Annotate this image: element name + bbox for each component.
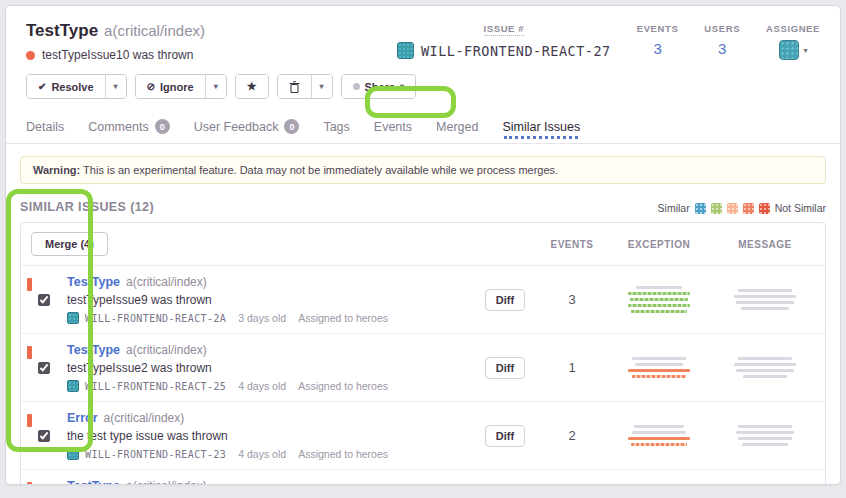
row-events-count: 1 [541, 360, 603, 375]
issue-short-id: WILL-FRONTEND-REACT-27 [421, 43, 611, 59]
row-checkbox-zone [21, 360, 67, 376]
chevron-down-icon[interactable]: ▾ [804, 46, 808, 55]
issue-tabs: Details Comments 0 User Feedback 0 Tags … [6, 113, 840, 144]
diff-column: Diff [469, 289, 541, 311]
page-title-suffix: a(critical/index) [104, 22, 205, 39]
row-main: Errora(critical/index) the test type iss… [67, 411, 469, 460]
project-icon [397, 42, 414, 59]
tab-events[interactable]: Events [374, 113, 412, 143]
chevron-down-icon: ▾ [214, 82, 218, 91]
issue-number-value: WILL-FRONTEND-REACT-27 [397, 42, 611, 59]
diff-button[interactable]: Diff [485, 357, 525, 379]
issue-header-left: TestTypea(critical/index) testTypeIssue1… [26, 21, 205, 62]
share-button[interactable]: Share ▾ [342, 75, 416, 98]
resolve-dropdown-button[interactable]: ▾ [105, 75, 126, 98]
delete-button[interactable] [278, 75, 311, 98]
diff-button[interactable]: Diff [485, 425, 525, 447]
diff-button[interactable]: Diff [485, 289, 525, 311]
diff-column: Diff [469, 357, 541, 379]
legend-color-swatch [743, 203, 754, 214]
tab-merged[interactable]: Merged [436, 113, 478, 143]
column-header-exception: EXCEPTION [603, 239, 715, 250]
table-column-headers: EVENTS EXCEPTION MESSAGE [469, 239, 815, 250]
resolve-button[interactable]: ✔ Resolve [27, 75, 105, 98]
warning-text: This is an experimental feature. Data ma… [80, 164, 558, 176]
legend-color-swatch [759, 203, 770, 214]
tab-tags[interactable]: Tags [323, 113, 349, 143]
delete-dropdown-button[interactable]: ▾ [311, 75, 332, 98]
assignee-avatar[interactable] [779, 40, 799, 60]
similarity-bar [738, 357, 792, 360]
row-select-checkbox[interactable] [38, 430, 50, 442]
stat-issue-number: ISSUE # WILL-FRONTEND-REACT-27 [397, 23, 611, 62]
row-right: Diff 2 [469, 425, 815, 447]
row-message: the test type issue was thrown [67, 429, 469, 443]
table-row: TestTypea(critical/index) testTypeIssue9… [21, 266, 825, 334]
stat-assignee: ASSIGNEE ▾ [766, 23, 820, 62]
row-message: testTypeIssue2 was thrown [67, 361, 469, 375]
resolve-button-group: ✔ Resolve ▾ [26, 74, 127, 99]
merge-button[interactable]: Merge (4) [31, 232, 108, 256]
similarity-bar [738, 437, 792, 440]
issue-detail-card: TestTypea(critical/index) testTypeIssue1… [5, 5, 841, 485]
exception-similarity-bars [603, 286, 715, 313]
row-meta: WILL-FRONTEND-REACT-23 4 days old Assign… [67, 448, 469, 460]
error-level-bar-icon [27, 346, 32, 359]
similarity-bar [628, 304, 690, 307]
error-level-bar-icon [27, 482, 32, 485]
delete-button-group: ▾ [277, 74, 333, 99]
exception-similarity-bars [603, 357, 715, 378]
users-count[interactable]: 3 [718, 40, 726, 57]
row-right: Diff 3 [469, 286, 815, 313]
legend-similar-label: Similar [658, 202, 690, 214]
similarity-bar [736, 301, 794, 304]
assignee-label: ASSIGNEE [766, 23, 820, 34]
row-title-suffix: a(critical/index) [126, 343, 207, 357]
row-events-count: 2 [541, 428, 603, 443]
row-assigned: Assigned to heroes [298, 380, 388, 392]
similarity-bar [628, 369, 690, 372]
tab-similar-issues[interactable]: Similar Issues [502, 113, 580, 143]
row-issue-link[interactable]: TestType [67, 275, 120, 289]
row-issue-short-id: WILL-FRONTEND-REACT-2A [85, 313, 226, 324]
tab-details[interactable]: Details [26, 113, 64, 143]
row-checkbox-zone [21, 428, 67, 444]
assignee-selector[interactable]: ▾ [779, 40, 808, 60]
ignore-dropdown-button[interactable]: ▾ [205, 75, 226, 98]
row-title-line: TestTypea(critical/index) [67, 479, 469, 485]
bookmark-button-group: ★ [235, 74, 269, 99]
row-select-checkbox[interactable] [38, 362, 50, 374]
section-title: SIMILAR ISSUES (12) [20, 200, 154, 214]
tab-details-label: Details [26, 120, 64, 134]
tab-comments[interactable]: Comments 0 [88, 113, 169, 143]
table-row: TestTypea(critical/index) testTypeIssue6… [21, 470, 825, 485]
similarity-bar [734, 295, 796, 298]
stat-events: EVENTS 3 [637, 23, 679, 62]
ignore-button[interactable]: ⊘ Ignore [136, 75, 205, 98]
similarity-bar [743, 375, 787, 378]
issue-subtitle: testTypeIssue10 was thrown [42, 48, 193, 62]
tab-user-feedback[interactable]: User Feedback 0 [194, 113, 300, 143]
chevron-down-icon: ▾ [400, 82, 404, 91]
row-select-checkbox[interactable] [38, 294, 50, 306]
legend-color-swatch [727, 203, 738, 214]
chevron-down-icon: ▾ [320, 82, 324, 91]
bookmark-button[interactable]: ★ [236, 75, 268, 98]
row-age: 3 days old [238, 312, 286, 324]
similarity-legend: Similar Not Similar [658, 202, 826, 214]
exception-similarity-bars [603, 425, 715, 446]
share-button-group: Share ▾ [341, 74, 417, 99]
row-issue-link[interactable]: TestType [67, 343, 120, 357]
similarity-bar [734, 363, 796, 366]
events-count[interactable]: 3 [653, 40, 661, 57]
chevron-down-icon: ▾ [114, 82, 118, 91]
row-main: TestTypea(critical/index) testTypeIssue2… [67, 343, 469, 392]
row-issue-link[interactable]: TestType [67, 479, 120, 485]
project-icon [67, 380, 79, 392]
row-issue-link[interactable]: Error [67, 411, 98, 425]
similarity-bar [736, 369, 794, 372]
similarity-bar [630, 298, 688, 301]
issue-header: TestTypea(critical/index) testTypeIssue1… [6, 6, 840, 62]
row-checkbox-wrap [36, 292, 52, 308]
legend-color-swatch [711, 203, 722, 214]
